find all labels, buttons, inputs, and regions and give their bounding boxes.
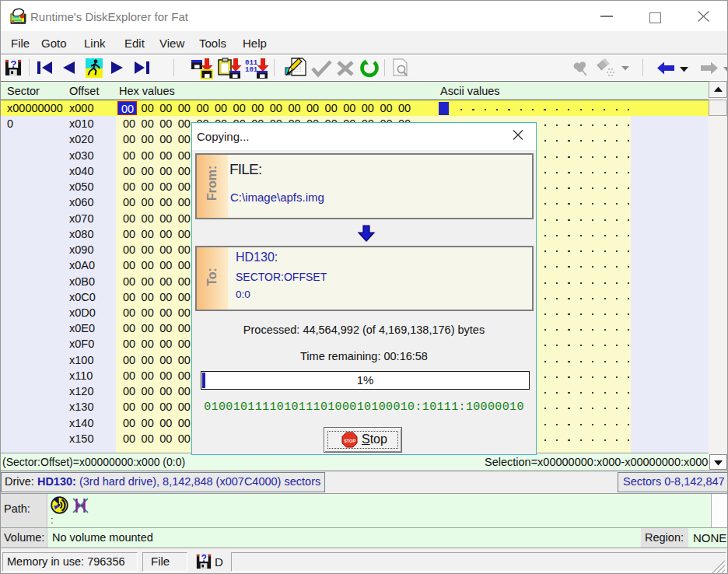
svg-text:STOP: STOP [344,439,355,443]
svg-text:?: ? [201,553,207,564]
svg-text:?: ? [10,58,16,70]
svg-text:101: 101 [245,66,258,74]
